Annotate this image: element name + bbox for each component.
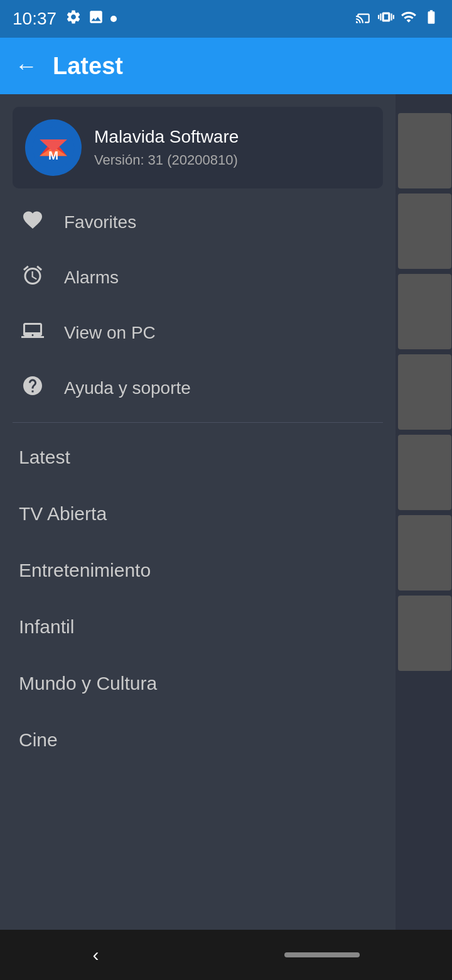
gear-icon bbox=[65, 9, 82, 29]
status-time: 10:37 bbox=[13, 9, 56, 29]
heart-icon bbox=[19, 209, 46, 236]
status-left: 10:37 bbox=[13, 9, 117, 29]
svg-text:M: M bbox=[48, 149, 58, 162]
main-content: M Malavida Software Versión: 31 (2020081… bbox=[0, 94, 452, 930]
thumbnail-2 bbox=[398, 193, 451, 269]
nav-label-infantil: Infantil bbox=[19, 616, 74, 637]
image-icon bbox=[88, 9, 104, 29]
right-panel: r... bbox=[396, 94, 452, 930]
status-icons-left bbox=[65, 9, 117, 29]
wifi-icon bbox=[401, 9, 417, 29]
app-version: Versión: 31 (20200810) bbox=[94, 152, 239, 168]
menu-item-view-pc[interactable]: View on PC bbox=[0, 305, 396, 361]
menu-item-favorites[interactable]: Favorites bbox=[0, 195, 396, 250]
nav-item-infantil[interactable]: Infantil bbox=[0, 599, 396, 655]
thumbnail-1 bbox=[398, 113, 451, 188]
menu-item-ayuda[interactable]: Ayuda y soporte bbox=[0, 361, 396, 416]
right-thumbnails: r... bbox=[396, 107, 452, 677]
monitor-icon bbox=[19, 319, 46, 347]
thumbnail-6 bbox=[398, 515, 451, 591]
page-title: Latest bbox=[53, 53, 123, 80]
thumbnail-3 bbox=[398, 274, 451, 349]
nav-item-entretenimiento[interactable]: Entretenimiento bbox=[0, 542, 396, 599]
nav-item-cine[interactable]: Cine bbox=[0, 712, 396, 768]
status-bar: 10:37 bbox=[0, 0, 452, 38]
view-pc-label: View on PC bbox=[64, 323, 156, 343]
nav-label-tv-abierta: TV Abierta bbox=[19, 503, 107, 524]
back-button[interactable]: ← bbox=[15, 53, 38, 79]
nav-label-latest: Latest bbox=[19, 447, 70, 467]
thumbnail-5 bbox=[398, 435, 451, 510]
menu-divider bbox=[13, 422, 383, 423]
status-icons-right bbox=[355, 9, 439, 29]
ayuda-label: Ayuda y soporte bbox=[64, 378, 191, 398]
system-back-button[interactable]: ‹ bbox=[93, 944, 99, 966]
menu-item-alarms[interactable]: Alarms bbox=[0, 250, 396, 305]
help-icon bbox=[19, 374, 46, 402]
bottom-nav-bar: ‹ bbox=[0, 930, 452, 980]
nav-item-latest[interactable]: Latest bbox=[0, 429, 396, 486]
app-info-text: Malavida Software Versión: 31 (20200810) bbox=[94, 127, 239, 168]
home-pill[interactable] bbox=[284, 952, 360, 957]
nav-label-mundo-y-cultura: Mundo y Cultura bbox=[19, 673, 157, 694]
nav-label-cine: Cine bbox=[19, 729, 58, 750]
cast-icon bbox=[355, 9, 372, 29]
nav-item-tv-abierta[interactable]: TV Abierta bbox=[0, 486, 396, 542]
app-logo: M bbox=[25, 119, 82, 176]
battery-icon bbox=[423, 9, 439, 29]
app-bar: ← Latest bbox=[0, 38, 452, 94]
nav-item-mundo-y-cultura[interactable]: Mundo y Cultura bbox=[0, 655, 396, 712]
app-name: Malavida Software bbox=[94, 127, 239, 147]
favorites-label: Favorites bbox=[64, 212, 136, 232]
thumbnail-4 bbox=[398, 354, 451, 430]
thumbnail-7 bbox=[398, 596, 451, 671]
vibrate-icon bbox=[378, 9, 394, 29]
app-info-card: M Malavida Software Versión: 31 (2020081… bbox=[13, 107, 383, 188]
alarm-icon bbox=[19, 264, 46, 291]
notification-dot bbox=[110, 16, 117, 22]
sidebar: M Malavida Software Versión: 31 (2020081… bbox=[0, 94, 396, 930]
nav-label-entretenimiento: Entretenimiento bbox=[19, 560, 151, 580]
alarms-label: Alarms bbox=[64, 268, 119, 288]
